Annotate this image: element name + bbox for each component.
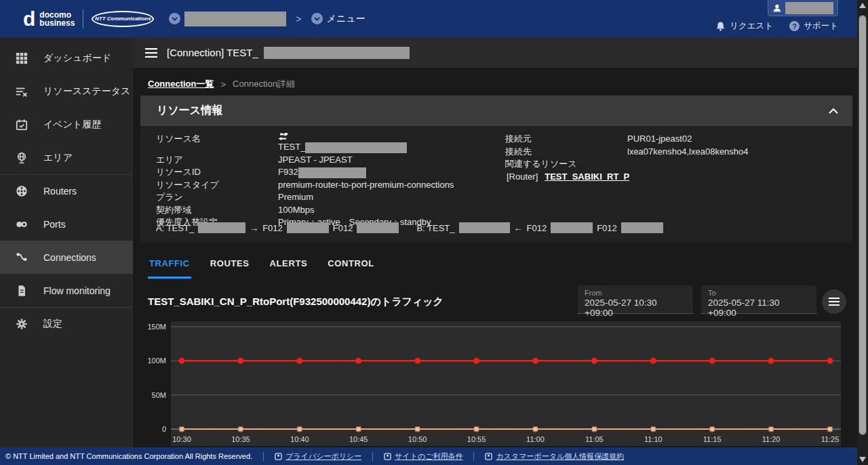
header-separator: > — [296, 14, 301, 24]
bell-icon — [715, 21, 726, 31]
tab-control[interactable]: CONTROL — [326, 253, 375, 279]
brand-line2: business — [39, 19, 75, 27]
field-label: 接続元 — [505, 133, 627, 146]
sidebar-item-label: リソースステータス — [43, 85, 130, 98]
resource-info-panel: リソース情報 リソース名 TEST_ エリア JPEAST - JPEAST リ… — [140, 96, 852, 243]
sidebar-item-label: Ports — [43, 219, 66, 230]
svg-text:11:05: 11:05 — [585, 435, 604, 443]
sidebar-item-dashboard[interactable]: ダッシュボード — [0, 41, 133, 75]
redaction-box — [459, 222, 510, 233]
left-arrow: ← — [514, 223, 523, 233]
svg-text:11:15: 11:15 — [703, 435, 722, 443]
sidebar-item-label: イベント履歴 — [43, 119, 101, 131]
tab-routes[interactable]: ROUTES — [209, 253, 251, 279]
brand-divider — [83, 9, 83, 28]
dashboard-grid-icon — [15, 52, 28, 65]
copyright-text: © NTT Limited and NTT Communications Cor… — [5, 452, 252, 460]
field-label: リソース名 — [156, 133, 278, 154]
chart-options-button[interactable] — [822, 289, 846, 314]
page-footer: © NTT Limited and NTT Communications Cor… — [0, 447, 857, 465]
privacy-policy-link[interactable]: プライバシーポリシー — [275, 451, 361, 462]
connection-appbar: [Connection] TEST_ — [133, 37, 857, 68]
question-icon: ? — [789, 21, 800, 31]
personal-info-policy-link[interactable]: カスタマーポータル個人情報保護規約 — [485, 451, 624, 462]
sidebar-item-ports[interactable]: Ports — [0, 207, 133, 241]
tab-alerts[interactable]: ALERTS — [269, 253, 309, 279]
portal-screen: d docomo business NTT Communications > メ… — [0, 0, 868, 465]
vertical-scrollbar[interactable] — [857, 0, 868, 465]
sidebar-item-routers[interactable]: Routers — [0, 174, 133, 207]
traffic-line-chart[interactable]: 050M100M150M10:3010:3510:4010:4510:5010:… — [148, 321, 845, 446]
docomo-business-logo[interactable]: d docomo business NTT Communications — [23, 9, 154, 29]
sidebar-item-label: Routers — [43, 186, 77, 197]
tab-traffic[interactable]: TRAFFIC — [148, 253, 191, 279]
hamburger-menu-icon[interactable] — [145, 48, 157, 58]
footer-divider — [372, 452, 373, 461]
field-label: 接続先 — [505, 146, 627, 159]
collapse-chevron-up-icon[interactable] — [828, 108, 839, 115]
to-label: To — [708, 289, 810, 297]
page-title: [Connection] TEST_ — [167, 47, 258, 58]
breadcrumb-connection-list-link[interactable]: Connection一覧 — [148, 78, 214, 90]
panel-title: リソース情報 — [157, 104, 828, 118]
field-value: lxea07kensho4,lxea08kensho4 — [627, 146, 749, 159]
svg-text:150M: 150M — [148, 323, 166, 331]
user-account-button[interactable] — [768, 0, 838, 16]
sidebar-item-resource-status[interactable]: リソースステータス — [0, 75, 133, 108]
sidebar-item-area[interactable]: エリア — [0, 141, 133, 174]
sidebar-item-label: ダッシュボード — [43, 52, 111, 64]
from-datetime-picker[interactable]: From 2025-05-27 10:30 +09:00 — [578, 285, 693, 314]
sidebar-item-event-history[interactable]: イベント履歴 — [0, 108, 133, 141]
support-button[interactable]: ? サポート — [789, 20, 838, 32]
svg-text:10:55: 10:55 — [467, 435, 486, 443]
svg-text:50M: 50M — [152, 391, 166, 399]
swap-arrows-icon — [278, 133, 288, 141]
a-prefix: A: TEST_ — [156, 223, 194, 233]
svg-text:10:30: 10:30 — [172, 435, 191, 443]
sidebar-item-settings[interactable]: 設定 — [0, 307, 133, 340]
sidebar-item-label: Flow monitoring — [43, 285, 111, 296]
request-button[interactable]: リクエスト — [715, 20, 773, 32]
external-link-icon — [485, 453, 492, 460]
field-label: プラン — [156, 191, 278, 204]
field-label: リソースID — [156, 166, 278, 179]
menu-button[interactable]: メニュー — [311, 13, 366, 25]
redaction-box — [551, 222, 593, 233]
resource-info-panel-body: リソース名 TEST_ エリア JPEAST - JPEAST リソースID F… — [140, 126, 852, 243]
scroll-down-arrow[interactable] — [859, 457, 866, 462]
event-history-calendar-icon — [15, 118, 28, 132]
resource-name-value: TEST_ — [278, 133, 407, 154]
sidebar-item-label: Connections — [43, 252, 96, 263]
ab-path-row: A: TEST_ → F012 F012 B: TEST_ ← F012 F01… — [156, 222, 663, 233]
field-value: Premium — [278, 191, 313, 204]
sidebar-item-flow-monitoring[interactable]: Flow monitoring — [0, 274, 133, 307]
from-label: From — [585, 289, 686, 297]
ports-icon — [15, 218, 28, 231]
sidebar-item-connections[interactable]: Connections — [0, 241, 133, 274]
related-router-link[interactable]: TEST_SABIKI_RT_P — [545, 171, 629, 184]
terms-of-use-link[interactable]: サイトのご利用条件 — [384, 451, 462, 462]
footer-divider — [473, 452, 474, 461]
settings-gear-icon — [15, 317, 28, 331]
field-value: JPEAST - JPEAST — [278, 154, 353, 167]
docomo-d-logo: d — [23, 9, 35, 29]
field-label: リソースタイプ — [156, 179, 278, 192]
redaction-box — [305, 142, 407, 153]
chevron-down-icon — [169, 13, 180, 24]
from-value: 2025-05-27 10:30 +09:00 — [585, 298, 686, 318]
connection-icon — [15, 251, 28, 264]
field-label: エリア — [156, 154, 278, 167]
port-id: F012 — [597, 223, 617, 233]
to-datetime-picker[interactable]: To 2025-05-27 11:30 +09:00 — [701, 285, 816, 314]
field-value: 100Mbps — [278, 204, 314, 217]
sidebar-nav: ダッシュボード リソースステータス イベント履歴 — [0, 37, 133, 447]
menu-label: メニュー — [327, 13, 366, 25]
scroll-up-arrow[interactable] — [859, 3, 866, 8]
svg-text:11:10: 11:10 — [644, 435, 663, 443]
field-label: 関連するリソース — [505, 158, 627, 171]
resource-info-panel-header[interactable]: リソース情報 — [140, 96, 852, 126]
redaction-box — [264, 47, 410, 59]
svg-text:11:20: 11:20 — [762, 435, 781, 443]
organization-selector[interactable] — [169, 12, 286, 26]
scrollbar-thumb[interactable] — [859, 15, 867, 435]
